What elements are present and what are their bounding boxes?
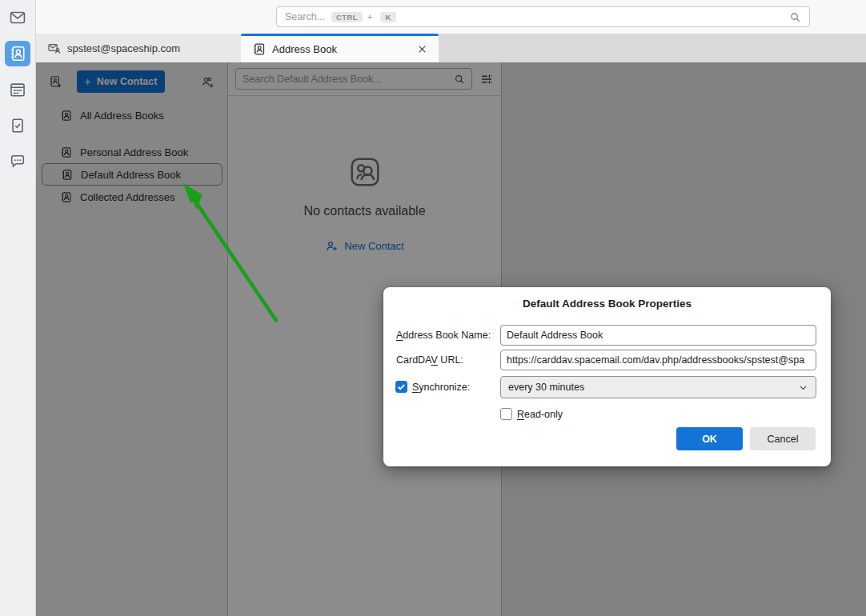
tab-label: spstest@spaceship.com (67, 42, 180, 54)
address-book-icon (252, 42, 266, 56)
address-book-name-label: Address Book Name: (396, 325, 491, 346)
tab-mail-account[interactable]: spstest@spaceship.com (36, 34, 241, 62)
tab-bar: spstest@spaceship.com Address Book (36, 34, 866, 62)
close-icon[interactable] (417, 44, 427, 54)
thunderbird-window: Search... CTRL + K spstest@spaceship.com… (0, 0, 866, 616)
tab-address-book[interactable]: Address Book (241, 34, 439, 62)
tasks-icon (9, 117, 26, 134)
global-search-input[interactable]: Search... CTRL + K (276, 6, 810, 27)
read-only-checkbox[interactable] (500, 408, 512, 420)
kbd-ctrl-badge: CTRL (331, 12, 363, 22)
sync-interval-value: every 30 minutes (508, 382, 584, 393)
synchronize-checkbox[interactable] (395, 381, 407, 393)
address-book-properties-dialog: Default Address Book Properties Address … (383, 287, 831, 466)
synchronize-label: Synchronize: (412, 376, 470, 398)
cancel-button[interactable]: Cancel (750, 427, 816, 450)
mail-account-icon (47, 42, 61, 55)
space-chat-button[interactable] (5, 149, 30, 174)
space-calendar-button[interactable] (5, 77, 30, 102)
space-mail-button[interactable] (5, 5, 30, 30)
sync-interval-select[interactable]: every 30 minutes (500, 376, 816, 398)
unified-toolbar: Search... CTRL + K (36, 0, 866, 34)
tab-label: Address Book (272, 43, 411, 55)
kbd-k-badge: K (380, 12, 395, 22)
search-icon (789, 11, 801, 23)
carddav-url-label: CardDAV URL: (396, 350, 463, 370)
mail-icon (9, 9, 26, 26)
address-book-name-input[interactable] (500, 325, 816, 346)
spaces-toolbar (0, 0, 36, 616)
read-only-label: Read-only (517, 407, 563, 422)
calendar-icon (9, 81, 26, 98)
kbd-plus-text: + (367, 12, 372, 22)
address-book-icon (9, 45, 26, 62)
carddav-url-input[interactable] (500, 350, 816, 370)
chat-icon (9, 153, 26, 170)
space-tasks-button[interactable] (5, 113, 30, 138)
global-search-placeholder: Search... (285, 11, 325, 22)
dialog-title: Default Address Book Properties (383, 298, 831, 310)
ok-button[interactable]: OK (676, 427, 743, 450)
space-address-book-button[interactable] (5, 41, 30, 66)
chevron-down-icon (798, 382, 808, 393)
